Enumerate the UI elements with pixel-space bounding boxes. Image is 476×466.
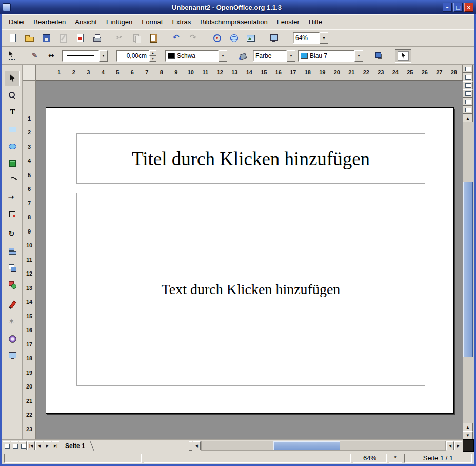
start-presentation-view-button[interactable]: [463, 106, 473, 114]
menu-hilfe[interactable]: Hilfe: [304, 16, 327, 28]
navigator-button[interactable]: [210, 31, 224, 45]
line-color-dropdown-button[interactable]: ▼: [219, 50, 227, 62]
curve-tool-button[interactable]: [5, 172, 20, 188]
redo-button[interactable]: [187, 31, 201, 45]
handout-view-button[interactable]: [463, 98, 473, 106]
select-tool-button[interactable]: [5, 71, 20, 86]
zoom-tool-button[interactable]: [5, 88, 20, 103]
previous-page-button[interactable]: ▲: [463, 423, 473, 431]
line-button[interactable]: [28, 49, 43, 63]
edit-points-button[interactable]: [5, 49, 19, 63]
page-mode-button[interactable]: [3, 441, 10, 450]
insert-button[interactable]: [5, 277, 20, 293]
slides-view-button[interactable]: [463, 81, 473, 89]
shadow-button[interactable]: [372, 49, 386, 63]
scroll-left-button[interactable]: ◀: [193, 441, 201, 450]
vertical-scroll-thumb[interactable]: [463, 182, 473, 357]
new-document-button[interactable]: [5, 31, 19, 45]
rotation-mode-button[interactable]: [395, 49, 411, 63]
previous-tab-button[interactable]: ◀: [35, 441, 43, 450]
text-placeholder[interactable]: Text durch Klicken hinzufügen: [76, 193, 425, 386]
arrange-button[interactable]: [5, 260, 20, 276]
zoom-dropdown-button[interactable]: ▼: [320, 32, 328, 44]
menu-format[interactable]: Format: [137, 16, 167, 28]
next-tab-button[interactable]: ▶: [44, 441, 51, 450]
hyperlink-button[interactable]: [227, 31, 241, 45]
print-button[interactable]: [90, 31, 104, 45]
fill-color-field[interactable]: Blau 7: [298, 50, 354, 62]
lines-arrows-tool-button[interactable]: [5, 189, 20, 205]
drawing-view-button[interactable]: [463, 65, 473, 73]
menu-datei[interactable]: Datei: [4, 16, 29, 28]
outline-view-button[interactable]: [463, 73, 473, 81]
status-zoom-cell[interactable]: 64%: [353, 454, 387, 463]
ruler-number: 14: [23, 295, 35, 309]
menu-bildschirmpraesentation[interactable]: Bildschirmpräsentation: [195, 16, 272, 28]
zoom-input[interactable]: 64%: [293, 32, 320, 44]
alignment-button[interactable]: [5, 243, 20, 259]
horizontal-ruler[interactable]: 1234567891011121314151617181920212223242…: [36, 65, 463, 80]
undo-button[interactable]: [170, 31, 184, 45]
line-width-up-button[interactable]: ▲: [149, 50, 156, 56]
text-tool-button[interactable]: [5, 105, 20, 120]
gallery-button[interactable]: [244, 31, 258, 45]
menu-ansicht[interactable]: Ansicht: [70, 16, 102, 28]
paste-button[interactable]: [147, 31, 161, 45]
arrow-ends-button[interactable]: [45, 49, 60, 63]
workspace-canvas[interactable]: Titel durch Klicken hinzufügen Text durc…: [36, 80, 463, 439]
status-page-cell[interactable]: Seite 1 / 1: [404, 454, 472, 463]
menu-bearbeiten[interactable]: Bearbeiten: [29, 16, 70, 28]
animation-button[interactable]: [5, 331, 20, 346]
menu-extras[interactable]: Extras: [167, 16, 195, 28]
menu-fenster[interactable]: Fenster: [272, 16, 304, 28]
menu-einfuegen[interactable]: Einfügen: [102, 16, 137, 28]
line-width-down-button[interactable]: ▼: [149, 56, 156, 62]
fill-type-field[interactable]: Farbe: [253, 50, 287, 62]
scroll-up-button[interactable]: ▲: [463, 114, 473, 122]
connector-tool-button[interactable]: [5, 206, 20, 222]
slide-show-button[interactable]: [5, 348, 20, 363]
title-placeholder[interactable]: Titel durch Klicken hinzufügen: [76, 133, 425, 184]
master-mode-button[interactable]: [11, 441, 18, 450]
last-tab-button[interactable]: ▶|: [52, 441, 60, 450]
first-tab-button[interactable]: |◀: [27, 441, 35, 450]
close-button[interactable]: ×: [464, 3, 473, 12]
page-tab-seite-1[interactable]: Seite 1: [60, 441, 96, 451]
line-width-input[interactable]: 0,00cm: [116, 50, 149, 62]
export-pdf-button[interactable]: [73, 31, 87, 45]
cut-button[interactable]: [113, 31, 127, 45]
maximize-button[interactable]: □: [453, 3, 463, 12]
interaction-button[interactable]: [5, 297, 20, 313]
ruler-number: 27: [432, 69, 447, 75]
line-style-dropdown-button[interactable]: ▼: [99, 50, 108, 62]
vertical-ruler[interactable]: 1234567891011121314151617181920212223: [23, 80, 36, 439]
scroll-right-page-button[interactable]: ▶: [454, 441, 462, 450]
scrollbar-splitter-handle[interactable]: [189, 441, 192, 451]
copy-icon: [132, 33, 142, 43]
ellipse-tool-button[interactable]: [5, 139, 20, 154]
line-style-field[interactable]: [62, 50, 99, 62]
horizontal-scroll-thumb[interactable]: [273, 441, 340, 450]
effects-button[interactable]: [5, 314, 20, 329]
fill-type-dropdown-button[interactable]: ▼: [287, 50, 295, 62]
fill-color-dropdown-button[interactable]: ▼: [354, 50, 363, 62]
minimize-button[interactable]: –: [443, 3, 452, 12]
slide-page[interactable]: Titel durch Klicken hinzufügen Text durc…: [46, 107, 454, 414]
copy-button[interactable]: [130, 31, 144, 45]
3d-objects-tool-button[interactable]: [5, 156, 20, 171]
save-document-button[interactable]: [39, 31, 53, 45]
notes-view-button[interactable]: [463, 89, 473, 98]
layer-mode-button[interactable]: [19, 441, 27, 450]
area-style-button[interactable]: [236, 49, 250, 63]
open-document-button[interactable]: [22, 31, 36, 45]
rotate-tool-button[interactable]: [5, 226, 20, 242]
scroll-left-page-button[interactable]: ◀: [446, 441, 454, 450]
line-color-field[interactable]: Schwa: [165, 50, 219, 62]
edit-file-button[interactable]: [56, 31, 70, 45]
titlebar[interactable]: Unbenannt2 - OpenOffice.org 1.1.3 – □ ×: [0, 0, 476, 14]
rectangle-tool-button[interactable]: [5, 122, 20, 137]
presentation-button[interactable]: [267, 31, 281, 45]
next-page-button[interactable]: ▼: [463, 431, 473, 439]
vertical-scroll-track[interactable]: [463, 122, 474, 423]
horizontal-scroll-track[interactable]: [201, 441, 446, 451]
